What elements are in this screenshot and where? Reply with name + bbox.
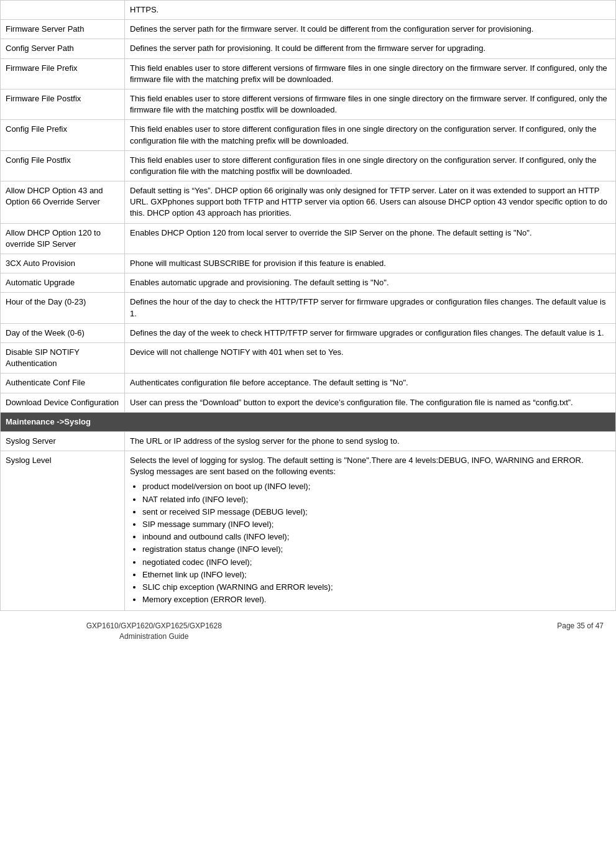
desc-dhcp-option-43-66: Default setting is “Yes”. DHCP option 66…: [125, 181, 616, 224]
desc-firmware-file-postfix: This field enables user to store differe…: [125, 89, 616, 119]
list-item: registration status change (INFO level);: [142, 544, 610, 555]
desc-hour-of-day: Defines the hour of the day to check the…: [125, 293, 616, 323]
desc-firmware-server-path: Defines the server path for the firmware…: [125, 20, 616, 39]
table-row-config-file-prefix: Config File Prefix This field enables us…: [1, 120, 616, 150]
page-footer: GXP1610/GXP1620/GXP1625/GXP1628 Administ…: [0, 611, 616, 649]
table-row-dhcp-option-120: Allow DHCP Option 120 to override SIP Se…: [1, 223, 616, 254]
table-row-3cx-auto-provision: 3CX Auto Provision Phone will multicast …: [1, 254, 616, 273]
desc-3cx-auto-provision: Phone will multicast SUBSCRIBE for provi…: [125, 254, 616, 273]
main-table: HTTPS. Firmware Server Path Defines the …: [0, 0, 616, 611]
desc-day-of-week: Defines the day of the week to check HTT…: [125, 323, 616, 342]
desc-dhcp-option-120: Enables DHCP Option 120 from local serve…: [125, 223, 616, 254]
table-row-day-of-week: Day of the Week (0-6) Defines the day of…: [1, 323, 616, 342]
list-item: Ethernet link up (INFO level);: [142, 569, 610, 580]
table-row-firmware-file-postfix: Firmware File Postfix This field enables…: [1, 89, 616, 119]
label-syslog-server: Syslog Server: [1, 431, 125, 451]
table-row-authenticate-conf-file: Authenticate Conf File Authenticates con…: [1, 374, 616, 393]
label-firmware-server-path: Firmware Server Path: [1, 20, 125, 39]
label-syslog-level: Syslog Level: [1, 451, 125, 611]
desc-disable-sip-notify-auth: Device will not challenge NOTIFY with 40…: [125, 342, 616, 373]
list-item: SIP message summary (INFO level);: [142, 519, 610, 530]
label-dhcp-option-120: Allow DHCP Option 120 to override SIP Se…: [1, 223, 125, 254]
label-authenticate-conf-file: Authenticate Conf File: [1, 374, 125, 393]
list-item: NAT related info (INFO level);: [142, 494, 610, 505]
syslog-level-intro: Selects the level of logging for syslog.…: [130, 456, 584, 476]
table-row-disable-sip-notify-auth: Disable SIP NOTIFY Authentication Device…: [1, 342, 616, 373]
footer-title-line2: Administration Guide: [5, 631, 303, 642]
label-dhcp-option-43-66: Allow DHCP Option 43 and Option 66 Overr…: [1, 181, 125, 224]
label-firmware-file-prefix: Firmware File Prefix: [1, 58, 125, 89]
list-item: product model/version on boot up (INFO l…: [142, 481, 610, 492]
list-item: Memory exception (ERROR level).: [142, 594, 610, 605]
label-automatic-upgrade: Automatic Upgrade: [1, 273, 125, 293]
table-row-dhcp-option-43-66: Allow DHCP Option 43 and Option 66 Overr…: [1, 181, 616, 224]
table-row-firmware-server-path: Firmware Server Path Defines the server …: [1, 20, 616, 39]
table-row-syslog-level: Syslog Level Selects the level of loggin…: [1, 451, 616, 611]
table-row: HTTPS.: [1, 1, 616, 20]
desc-download-device-config: User can press the “Download” button to …: [125, 393, 616, 412]
list-item: negotiated codec (INFO level);: [142, 557, 610, 568]
label-config-server-path: Config Server Path: [1, 39, 125, 58]
table-row-hour-of-day: Hour of the Day (0-23) Defines the hour …: [1, 293, 616, 323]
label-3cx-auto-provision: 3CX Auto Provision: [1, 254, 125, 273]
desc-authenticate-conf-file: Authenticates configuration file before …: [125, 374, 616, 393]
cell-left: [1, 1, 125, 20]
desc-automatic-upgrade: Enables automatic upgrade and provisioni…: [125, 273, 616, 293]
table-row-automatic-upgrade: Automatic Upgrade Enables automatic upgr…: [1, 273, 616, 293]
table-row-syslog-server: Syslog Server The URL or IP address of t…: [1, 431, 616, 451]
syslog-level-bullet-list: product model/version on boot up (INFO l…: [142, 481, 610, 605]
desc-config-server-path: Defines the server path for provisioning…: [125, 39, 616, 58]
desc-syslog-level: Selects the level of logging for syslog.…: [125, 451, 616, 611]
footer-title-line1: GXP1610/GXP1620/GXP1625/GXP1628: [5, 621, 303, 631]
label-disable-sip-notify-auth: Disable SIP NOTIFY Authentication: [1, 342, 125, 373]
table-row-firmware-file-prefix: Firmware File Prefix This field enables …: [1, 58, 616, 89]
label-config-file-postfix: Config File Postfix: [1, 150, 125, 181]
footer-page-number: Page 35 of 47: [557, 621, 604, 630]
list-item: sent or received SIP message (DEBUG leve…: [142, 507, 610, 518]
page-wrapper: HTTPS. Firmware Server Path Defines the …: [0, 0, 616, 649]
label-day-of-week: Day of the Week (0-6): [1, 323, 125, 342]
list-item: SLIC chip exception (WARNING and ERROR l…: [142, 582, 610, 593]
list-item: inbound and outbound calls (INFO level);: [142, 531, 610, 543]
desc-syslog-server: The URL or IP address of the syslog serv…: [125, 431, 616, 451]
desc-config-file-prefix: This field enables user to store differe…: [125, 120, 616, 150]
section-header-label: Maintenance ->Syslog: [1, 412, 616, 431]
label-firmware-file-postfix: Firmware File Postfix: [1, 89, 125, 119]
section-header-maintenance-syslog: Maintenance ->Syslog: [1, 412, 616, 431]
label-download-device-config: Download Device Configuration: [1, 393, 125, 412]
label-hour-of-day: Hour of the Day (0-23): [1, 293, 125, 323]
table-row-download-device-config: Download Device Configuration User can p…: [1, 393, 616, 412]
label-config-file-prefix: Config File Prefix: [1, 120, 125, 150]
table-row-config-file-postfix: Config File Postfix This field enables u…: [1, 150, 616, 181]
cell-right: HTTPS.: [125, 1, 616, 20]
table-row-config-server-path: Config Server Path Defines the server pa…: [1, 39, 616, 58]
desc-firmware-file-prefix: This field enables user to store differe…: [125, 58, 616, 89]
desc-config-file-postfix: This field enables user to store differe…: [125, 150, 616, 181]
